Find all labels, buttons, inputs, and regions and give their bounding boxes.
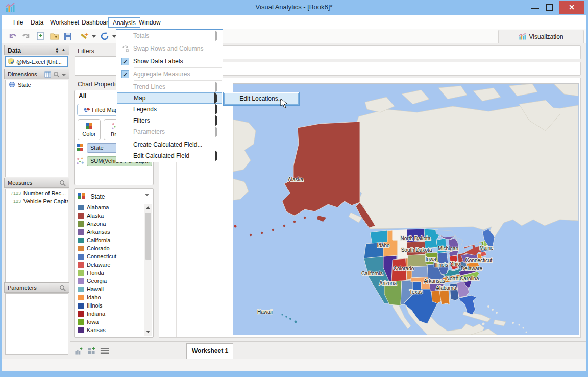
minimize-button[interactable]: [531, 5, 539, 9]
dimensions-search-icon[interactable]: [53, 71, 60, 78]
sheet-list-icon[interactable]: [100, 347, 109, 355]
legend-item-label: Arkansas: [87, 229, 110, 235]
legend-swatch: [78, 254, 84, 260]
measures-header[interactable]: Measures: [4, 178, 69, 188]
menu-item-map[interactable]: Map: [117, 92, 222, 104]
sheet-tab-bar: Worksheet 1: [70, 341, 586, 359]
map-label-colorado: Colorado: [394, 266, 414, 271]
menu-separator: [134, 67, 222, 68]
map-region-state-ms[interactable]: [439, 290, 450, 304]
panel-collapse-icon[interactable]: ▲▼: [55, 47, 59, 53]
menubar-item-window[interactable]: Window: [135, 17, 165, 28]
parameters-header[interactable]: Parameters: [4, 282, 69, 293]
refresh-icon[interactable]: [99, 31, 110, 42]
legend-item-colorado[interactable]: Colorado: [76, 244, 152, 252]
legend-item-arizona[interactable]: Arizona: [76, 220, 152, 228]
measures-search-icon[interactable]: [59, 180, 66, 186]
menu-item-show-data-labels[interactable]: ✓Show Data Labels: [117, 56, 222, 67]
legend-item-alaska[interactable]: Alaska: [76, 211, 152, 220]
legend-item-florida[interactable]: Florida: [76, 269, 152, 277]
menu-item-filters[interactable]: Filters: [117, 115, 222, 126]
checked-checkbox-icon[interactable]: ✓: [121, 58, 129, 65]
filled-map-icon: [83, 107, 90, 113]
parameters-search-icon[interactable]: [59, 285, 66, 291]
undo-icon[interactable]: [7, 31, 18, 42]
legend-swatch: [78, 238, 84, 243]
legend-item-label: Arizona: [87, 221, 106, 227]
map-label-michigan: Michigan: [438, 246, 458, 251]
save-icon[interactable]: [62, 31, 74, 42]
new-file-icon[interactable]: [35, 31, 46, 42]
legend-item-kentucky[interactable]: Kentucky: [76, 334, 152, 335]
visualization-tab[interactable]: Visualization: [498, 30, 584, 43]
menu-item-label: Edit Calculated Field: [133, 152, 215, 159]
scroll-down-icon[interactable]: [146, 331, 150, 333]
map-view[interactable]: AlaskaHawaiiIdahoNorth DakotaSouth Dakot…: [233, 83, 579, 335]
map-label-south-dakota: South Dakota: [401, 247, 432, 253]
new-dashboard-icon[interactable]: [87, 346, 96, 356]
legend-item-arkansas[interactable]: Arkansas: [76, 228, 152, 236]
submenu-arrow-icon: [215, 30, 217, 41]
scroll-up-icon[interactable]: [146, 206, 150, 209]
scroll-thumb[interactable]: [145, 213, 151, 260]
redo-icon[interactable]: [20, 31, 32, 42]
new-worksheet-tab-icon[interactable]: [74, 346, 83, 356]
format-dropdown-caret[interactable]: [92, 35, 96, 38]
close-button[interactable]: ✕: [559, 1, 584, 14]
menu-item-label: Legends: [133, 106, 215, 113]
parameters-list: [5, 293, 68, 355]
dimensions-caret-icon[interactable]: [62, 71, 66, 77]
color-button[interactable]: Color: [78, 119, 101, 140]
dimensions-list: State: [5, 80, 68, 177]
map-island: [523, 327, 524, 329]
legend-header[interactable]: State: [75, 188, 153, 202]
legend-menu-caret[interactable]: [145, 194, 149, 196]
dimension-field-state[interactable]: State: [6, 80, 68, 89]
legend-item-hawaii[interactable]: Hawaii: [76, 285, 152, 293]
map-label-delaware: Delaware: [461, 266, 483, 271]
menu-item-parameters: Parameters: [117, 126, 222, 137]
menu-item-edit-calculated-field[interactable]: Edit Calculated Field: [117, 150, 222, 161]
edit-locations-label: Edit Locations...: [239, 95, 283, 102]
data-panel-header[interactable]: Data ▲ ▲▼: [4, 45, 69, 55]
legend-item-kansas[interactable]: Kansas: [76, 326, 152, 334]
legend-scrollbar[interactable]: [144, 204, 152, 336]
legend-item-label: Illinois: [87, 302, 103, 309]
format-wand-icon[interactable]: [79, 31, 90, 42]
map-label-california: California: [361, 271, 383, 276]
menu-item-legends[interactable]: Legends: [117, 104, 222, 115]
menu-separator: [134, 138, 222, 138]
map-island: [512, 322, 514, 324]
worksheet-tab[interactable]: Worksheet 1: [186, 343, 233, 359]
legend-item-label: Idaho: [87, 294, 101, 300]
legend-item-delaware[interactable]: Delaware: [76, 261, 152, 269]
legend-item-georgia[interactable]: Georgia: [76, 277, 152, 285]
sort-arrows-icon[interactable]: ▲: [61, 47, 66, 52]
legend-item-idaho[interactable]: Idaho: [76, 293, 152, 301]
measure-field-vehicle-per-capita[interactable]: 123Vehicle Per Capita: [6, 197, 68, 205]
view-data-table-icon[interactable]: [44, 71, 51, 78]
legend-item-iowa[interactable]: Iowa: [76, 318, 152, 326]
legend-swatch: [78, 303, 84, 309]
menubar-item-file[interactable]: File: [9, 17, 27, 28]
legend-item-california[interactable]: California: [76, 236, 152, 244]
open-file-icon[interactable]: [49, 31, 60, 42]
legend-item-illinois[interactable]: Illinois: [76, 301, 152, 310]
measure-field-number-of-rec[interactable]: ƒ123Number of Rec...: [6, 189, 68, 197]
legend-item-label: Iowa: [87, 319, 99, 325]
menubar-item-data[interactable]: Data: [27, 17, 47, 28]
legend-item-alabama[interactable]: Alabama: [76, 203, 152, 211]
checked-checkbox-icon[interactable]: ✓: [121, 70, 129, 78]
map-label-texas: Texas: [409, 289, 423, 295]
legend-swatch: [78, 311, 84, 317]
globe-icon: [9, 81, 15, 88]
menu-separator: [134, 42, 222, 42]
data-source-item[interactable]: @Ms-Excel [Unt...: [5, 56, 68, 67]
menu-item-label: Show Data Labels: [133, 58, 215, 65]
legend-item-label: Hawaii: [87, 286, 104, 292]
legend-item-indiana[interactable]: Indiana: [76, 310, 152, 318]
maximize-button[interactable]: [546, 4, 553, 11]
legend-item-connecticut[interactable]: Connecticut: [76, 252, 152, 261]
dimensions-header[interactable]: Dimensions: [4, 69, 69, 79]
menu-item-create-calculated-field[interactable]: Create Calculated Field...: [117, 139, 222, 150]
